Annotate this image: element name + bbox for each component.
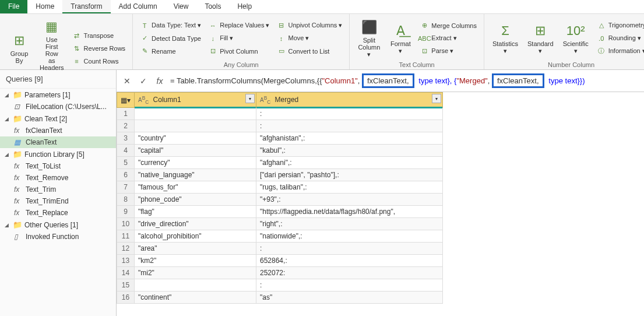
- tab-transform[interactable]: Transform: [62, 0, 110, 13]
- ribbon-button[interactable]: 10²Scientific▾: [559, 16, 592, 60]
- ribbon-button[interactable]: ↓Fill ▾: [206, 33, 272, 44]
- ribbon-button[interactable]: ⊡Parse ▾: [417, 45, 479, 57]
- cell[interactable]: "nationwide",:: [256, 230, 443, 243]
- ribbon-button[interactable]: ▭Convert to List: [275, 45, 345, 57]
- row-number[interactable]: 15: [117, 279, 135, 292]
- tab-file[interactable]: File: [0, 0, 27, 13]
- table-row[interactable]: 2 :: [117, 120, 443, 132]
- cell[interactable]: :: [256, 279, 443, 292]
- tree-item[interactable]: ⊡FileLocation (C:\Users\L...: [0, 101, 116, 113]
- tree-item[interactable]: fxText_Trim: [0, 184, 116, 195]
- cell[interactable]: "phone_code": [135, 194, 256, 206]
- row-number[interactable]: 8: [117, 194, 135, 206]
- cell[interactable]: "drive_direction": [135, 218, 256, 230]
- ribbon-button[interactable]: ΣStatistics▾: [489, 16, 522, 60]
- cell[interactable]: [135, 120, 256, 132]
- ribbon-button[interactable]: ⓘInformation ▾: [594, 45, 644, 57]
- table-row[interactable]: 11 "alcohol_prohibition" "nationwide",:: [117, 230, 443, 243]
- accept-formula-button[interactable]: ✓: [138, 75, 149, 87]
- table-row[interactable]: 5 "currency" "afghani",:: [117, 157, 443, 169]
- tree-item[interactable]: fxfxCleanText: [0, 125, 116, 136]
- ribbon-button[interactable]: .0Rounding ▾: [594, 33, 644, 44]
- cell[interactable]: "famous_for": [135, 181, 256, 194]
- tree-folder[interactable]: ◢📁Parameters [1]: [0, 89, 116, 101]
- data-grid[interactable]: ▦▾ ABC Column1 ▾ ABC Merged ▾: [117, 92, 644, 316]
- tab-help[interactable]: Help: [229, 0, 260, 13]
- ribbon-button[interactable]: ✓Detect Data Type: [138, 33, 203, 44]
- row-number[interactable]: 3: [117, 132, 135, 145]
- column-header-column1[interactable]: ABC Column1 ▾: [135, 93, 256, 108]
- ribbon-button[interactable]: ⊟Unpivot Columns ▾: [275, 20, 345, 31]
- cell[interactable]: "flag": [135, 206, 256, 218]
- table-row[interactable]: 16 "continent" "as": [117, 292, 443, 304]
- cell[interactable]: [135, 108, 256, 120]
- row-number[interactable]: 9: [117, 206, 135, 218]
- cell[interactable]: "capital": [135, 145, 256, 157]
- tab-home[interactable]: Home: [27, 0, 62, 13]
- row-number[interactable]: 6: [117, 169, 135, 181]
- tree-folder[interactable]: ◢📁Clean Text [2]: [0, 113, 116, 125]
- table-row[interactable]: 15 :: [117, 279, 443, 292]
- cell[interactable]: "as": [256, 292, 443, 304]
- ribbon-button[interactable]: ⇅Reverse Rows: [70, 43, 128, 54]
- ribbon-button[interactable]: ⊕Merge Columns: [417, 20, 479, 31]
- cell[interactable]: "native_language": [135, 169, 256, 181]
- cell[interactable]: "km2": [135, 255, 256, 267]
- ribbon-button[interactable]: A͟Format▾: [386, 16, 415, 60]
- row-number[interactable]: 12: [117, 243, 135, 255]
- column-header-merged[interactable]: ABC Merged ▾: [256, 93, 443, 108]
- table-row[interactable]: 4 "capital" "kabul",:: [117, 145, 443, 157]
- table-row[interactable]: 12 "area" :: [117, 243, 443, 255]
- row-number[interactable]: 10: [117, 218, 135, 230]
- tree-item[interactable]: ▦CleanText: [0, 136, 116, 148]
- table-row[interactable]: 14 "mi2" 252072:: [117, 267, 443, 279]
- row-number[interactable]: 16: [117, 292, 135, 304]
- row-number[interactable]: 4: [117, 145, 135, 157]
- table-row[interactable]: 7 "famous_for" "rugs, taliban",:: [117, 181, 443, 194]
- tab-add-column[interactable]: Add Column: [111, 0, 166, 13]
- cell[interactable]: "continent": [135, 292, 256, 304]
- ribbon-button[interactable]: ⇄Transpose: [70, 30, 128, 41]
- cell[interactable]: "right",:: [256, 218, 443, 230]
- table-row[interactable]: 8 "phone_code" "+93",:: [117, 194, 443, 206]
- fx-button[interactable]: fx: [154, 75, 166, 87]
- cell[interactable]: :: [256, 243, 443, 255]
- table-row[interactable]: 9 "flag" "https://flagpedia.net/data/fla…: [117, 206, 443, 218]
- ribbon-button[interactable]: ↔Replace Values ▾: [206, 20, 272, 31]
- tree-item[interactable]: fxText_Replace: [0, 207, 116, 219]
- ribbon-button[interactable]: ⊡Pivot Column: [206, 45, 272, 57]
- cell[interactable]: "https://flagpedia.net/data/flags/h80/af…: [256, 206, 443, 218]
- cell[interactable]: 652864,:: [256, 255, 443, 267]
- cell[interactable]: ["dari persian", "pashto"],:: [256, 169, 443, 181]
- cell[interactable]: :: [256, 108, 443, 120]
- ribbon-button[interactable]: ≡Count Rows: [70, 55, 128, 67]
- grid-corner[interactable]: ▦▾: [117, 93, 135, 108]
- table-row[interactable]: 6 "native_language" ["dari persian", "pa…: [117, 169, 443, 181]
- cell[interactable]: "afghanistan",:: [256, 132, 443, 145]
- cell[interactable]: "country": [135, 132, 256, 145]
- tree-folder[interactable]: ◢📁Function Library [5]: [0, 148, 116, 160]
- tab-tools[interactable]: Tools: [196, 0, 229, 13]
- ribbon-button[interactable]: ✎Rename: [138, 45, 203, 57]
- formula-input[interactable]: = Table.TransformColumns(MergeColumns,{{…: [170, 73, 639, 88]
- row-number[interactable]: 14: [117, 267, 135, 279]
- filter-button[interactable]: ▾: [245, 94, 255, 103]
- cell[interactable]: "mi2": [135, 267, 256, 279]
- tab-view[interactable]: View: [166, 0, 197, 13]
- row-number[interactable]: 13: [117, 255, 135, 267]
- ribbon-button[interactable]: △Trigonometry ▾: [594, 20, 644, 31]
- tree-item[interactable]: ▯Invoked Function: [0, 231, 116, 243]
- row-number[interactable]: 5: [117, 157, 135, 169]
- table-row[interactable]: 1 :: [117, 108, 443, 120]
- ribbon-button[interactable]: TData Type: Text ▾: [138, 20, 203, 31]
- tree-item[interactable]: fxText_ToList: [0, 160, 116, 172]
- tree-item[interactable]: fxText_TrimEnd: [0, 195, 116, 207]
- ribbon-button[interactable]: ⊞Standard▾: [524, 16, 557, 60]
- ribbon-button[interactable]: ⬛SplitColumn ▾: [354, 16, 383, 60]
- cell[interactable]: 252072:: [256, 267, 443, 279]
- row-number[interactable]: 2: [117, 120, 135, 132]
- ribbon-button[interactable]: ↕Move ▾: [275, 33, 345, 44]
- cell[interactable]: "+93",:: [256, 194, 443, 206]
- ribbon-button[interactable]: ABCExtract ▾: [417, 33, 479, 44]
- table-row[interactable]: 13 "km2" 652864,:: [117, 255, 443, 267]
